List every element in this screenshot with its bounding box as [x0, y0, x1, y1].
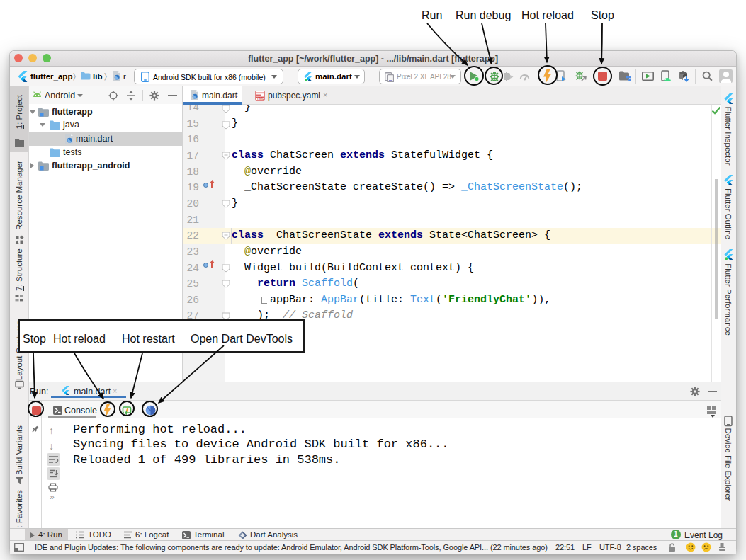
svg-text:YML: YML [256, 96, 264, 101]
